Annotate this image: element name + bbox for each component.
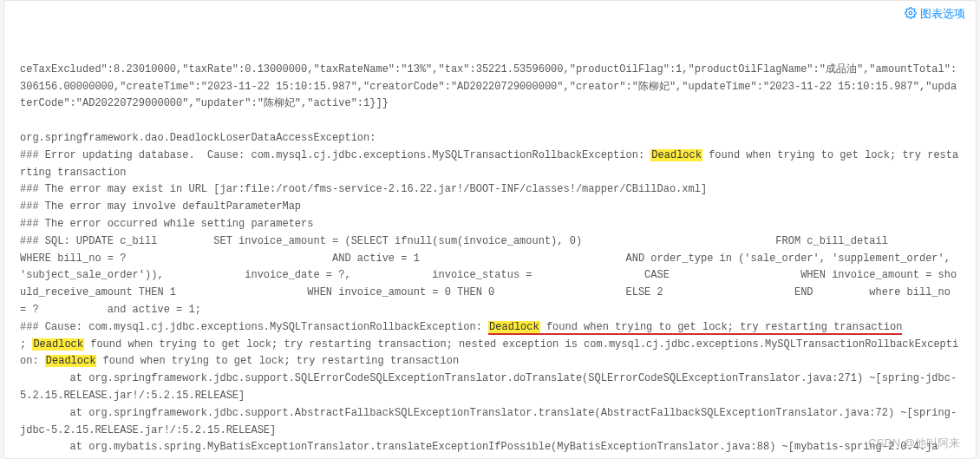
log-text: ; — [20, 338, 32, 351]
log-line: ### SQL: UPDATE c_bill SET invoice_amoun… — [20, 235, 980, 316]
highlight-deadlock: Deadlock — [32, 338, 84, 351]
log-line: ### The error may exist in URL [jar:file… — [20, 183, 707, 195]
log-text: found when trying to get lock; try resta… — [96, 355, 459, 367]
log-line: ### Cause: com.mysql.cj.jdbc.exceptions.… — [20, 321, 902, 335]
log-line: ceTaxExcluded":8.23010000,"taxRate":0.13… — [20, 63, 957, 110]
log-line: at org.springframework.jdbc.support.Abst… — [20, 407, 957, 436]
log-text: ### Error updating database. Cause: com.… — [20, 149, 650, 161]
log-text: ### Cause: com.mysql.cj.jdbc.exceptions.… — [20, 321, 488, 333]
highlight-deadlock: Deadlock — [488, 321, 540, 335]
log-line: at org.springframework.jdbc.support.SQLE… — [20, 372, 957, 402]
log-panel: 图表选项 ceTaxExcluded":8.23010000,"taxRate"… — [3, 0, 977, 459]
log-line: org.springframework.dao.DeadlockLoserDat… — [20, 132, 376, 144]
log-line: at org.mybatis.spring.MyBatisExceptionTr… — [20, 441, 938, 459]
log-text-underlined: found when trying to get lock; try resta… — [540, 321, 903, 335]
log-line: ### The error occurred while setting par… — [20, 218, 313, 230]
log-content[interactable]: ceTaxExcluded":8.23010000,"taxRate":0.13… — [4, 1, 976, 459]
highlight-deadlock: Deadlock — [45, 355, 97, 367]
highlight-deadlock: Deadlock — [650, 149, 702, 161]
log-line: ; Deadlock found when trying to get lock… — [20, 338, 958, 368]
log-line: ### Error updating database. Cause: com.… — [20, 149, 958, 179]
log-line: ### The error may involve defaultParamet… — [20, 200, 301, 213]
